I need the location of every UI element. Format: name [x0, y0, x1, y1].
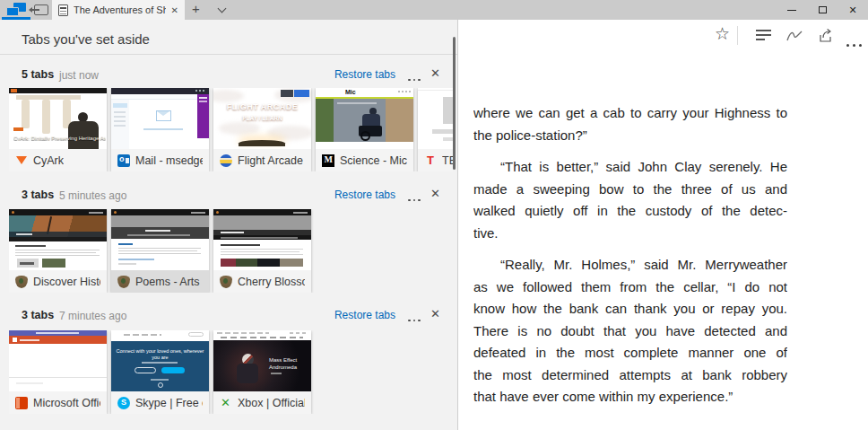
set-aside-tab-card[interactable]: Connect with your loved ones, whereveryo…	[111, 330, 209, 414]
tab-card-title: TED	[442, 154, 453, 167]
tab-card-title: Flight Arcade	[238, 154, 303, 167]
text-line: that have ever come within my experience…	[473, 386, 787, 408]
tab-card-row: Microsoft Offic... Connect with your lov…	[9, 330, 453, 414]
tab-card-label: Science - Mic	[316, 149, 413, 171]
tab-thumbnail	[9, 330, 107, 391]
tab-thumbnail: Mic	[316, 88, 413, 149]
set-aside-tab-card[interactable]: Mass EffectAndromeda Xbox | Official S..…	[213, 330, 311, 414]
text-line: “Really, Mr. Holmes,” said Mr. Merryweat…	[473, 254, 787, 276]
nps-cherry-favicon	[220, 276, 232, 288]
set-aside-tab-card[interactable]: FLIGHT ARCADEPLAY / LEARN Flight Arcade	[213, 88, 311, 171]
tab-card-title: Mail - msedged...	[135, 154, 203, 167]
text-line: defeated in the most complete manner one…	[473, 342, 787, 364]
tab-group-header: 3 tabs 5 minutes ago Restore tabs ✕	[0, 189, 457, 205]
edge-window: The Adventures of Sher ✕ + ✕ ☆ where we …	[0, 0, 868, 430]
office-favicon	[15, 397, 28, 409]
text-line: the most determined attempts at bank rob…	[473, 364, 787, 387]
tab-thumbnail	[213, 209, 311, 270]
text-line: tive.	[473, 223, 787, 245]
minimize-icon	[787, 10, 796, 11]
restore-tabs-link[interactable]: Restore tabs	[334, 68, 395, 81]
tabs-icon-front	[6, 7, 19, 16]
group-tab-count: 3 tabs	[22, 309, 54, 321]
group-close-button[interactable]: ✕	[430, 307, 440, 320]
group-close-button[interactable]: ✕	[430, 66, 440, 80]
set-aside-tab-card[interactable]: Mail - msedged...	[111, 88, 209, 171]
group-timestamp: 7 minutes ago	[59, 310, 126, 322]
web-notes-pen-icon[interactable]	[786, 28, 803, 44]
tab-card-title: CyArk	[33, 154, 64, 167]
set-aside-tab-card[interactable]: CyArk: Digitally Preserving Heritage At-…	[9, 88, 107, 171]
group-more-button[interactable]	[404, 191, 425, 207]
tab-card-row: CyArk: Digitally Preserving Heritage At-…	[9, 88, 453, 171]
panel-title: Tabs you've set aside	[22, 31, 150, 47]
ted-favicon	[424, 154, 437, 167]
text-line: There is no doubt that you have detected…	[473, 320, 787, 343]
set-aside-tab-card[interactable]: TED	[418, 88, 453, 171]
xbox-favicon	[220, 397, 232, 409]
panel-scrollbar[interactable]	[453, 37, 456, 170]
nps-discover-favicon	[15, 276, 28, 288]
favorites-star-icon[interactable]: ☆	[715, 25, 730, 42]
tab-card-title: Microsoft Offic...	[33, 397, 100, 409]
text-line: where we can get a cab to carry your Hig…	[473, 102, 787, 125]
tab-preview-chevron-icon[interactable]	[218, 4, 227, 13]
tab-thumbnail	[418, 88, 453, 149]
group-timestamp: just now	[59, 69, 99, 82]
group-close-button[interactable]: ✕	[430, 187, 440, 200]
tabs-set-aside-panel-icon[interactable]	[6, 3, 26, 16]
toolbar-divider	[737, 26, 738, 45]
cyark-favicon	[15, 154, 28, 167]
tab-card-title: Science - Mic	[340, 154, 407, 167]
restore-tabs-link[interactable]: Restore tabs	[334, 309, 395, 321]
group-more-button[interactable]	[404, 71, 425, 87]
set-aside-tab-card[interactable]: Discover Histor...	[9, 209, 107, 293]
new-tab-button[interactable]: +	[192, 1, 200, 16]
thumbnail-headline: Connect with your loved ones, wherever	[111, 348, 209, 354]
thumbnail-game-title-2: Andromeda	[269, 364, 297, 370]
tab-card-title: Cherry Blossom...	[238, 276, 305, 288]
close-window-button[interactable]: ✕	[838, 0, 868, 20]
group-timestamp: 5 minutes ago	[59, 189, 126, 202]
text-line: know how the bank can thank you or repay…	[473, 298, 787, 320]
tab-group-header: 5 tabs just now Restore tabs ✕	[0, 68, 457, 84]
thumbnail-headline-2: you are	[111, 355, 209, 360]
tab-card-label: Skype | Free cal...	[111, 391, 209, 414]
mic-logo: Mic	[345, 89, 356, 95]
group-more-button[interactable]	[404, 312, 425, 328]
text-line: made a sweeping bow to the three of us a…	[473, 179, 787, 201]
more-options-icon[interactable]	[845, 34, 864, 50]
restore-tabs-link[interactable]: Restore tabs	[334, 189, 395, 201]
tab-card-title: Xbox | Official S...	[238, 397, 305, 409]
text-line: “That is better,” said John Clay serenel…	[473, 156, 787, 179]
skype-favicon	[117, 397, 130, 409]
set-aside-tab-card[interactable]: Poems - Arts in...	[111, 209, 209, 293]
tab-thumbnail	[111, 209, 209, 270]
thumbnail-caption: CyArk: Digitally Preserving Heritage At-…	[13, 136, 106, 141]
share-icon[interactable]	[817, 28, 833, 44]
hub-icon[interactable]	[756, 30, 772, 41]
panel-divider	[0, 54, 457, 55]
paragraph: “Really, Mr. Holmes,” said Mr. Merryweat…	[473, 254, 787, 408]
tab-group-header: 3 tabs 7 minutes ago Restore tabs ✕	[0, 309, 457, 325]
outlook-favicon	[117, 154, 130, 167]
nps-poems-favicon	[117, 276, 130, 288]
reading-view-panel: ☆ where we can get a cab to carry your H…	[457, 20, 868, 430]
tab-close-icon[interactable]: ✕	[171, 5, 178, 15]
maximize-button[interactable]	[807, 0, 838, 20]
thumbnail-game-title: Mass Effect	[269, 357, 297, 363]
tab-card-label: TED	[418, 149, 453, 171]
tab-card-title: Poems - Arts in...	[135, 276, 203, 288]
text-line: walked quietly off in the custody of the…	[473, 200, 787, 223]
browser-tab[interactable]: The Adventures of Sher ✕	[52, 0, 185, 20]
tab-thumbnail	[9, 209, 107, 270]
minimize-button[interactable]	[777, 0, 807, 20]
set-aside-tab-card[interactable]: Cherry Blossom...	[213, 209, 311, 293]
set-tabs-aside-icon[interactable]	[34, 4, 48, 15]
set-aside-tab-card[interactable]: Mic Science - Mic	[316, 88, 413, 171]
set-aside-tab-card[interactable]: Microsoft Offic...	[9, 330, 107, 414]
maximize-icon	[819, 6, 827, 13]
tab-card-label: CyArk	[9, 149, 107, 171]
tab-card-label: Microsoft Offic...	[9, 391, 107, 414]
tab-bar: The Adventures of Sher ✕ + ✕	[0, 0, 868, 20]
